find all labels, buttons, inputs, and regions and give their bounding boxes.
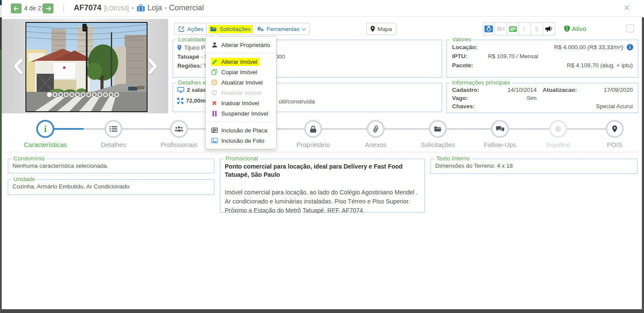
menu-item-suspender-imovel[interactable]: Suspender Imóvel xyxy=(206,108,276,119)
prev-record-button[interactable] xyxy=(11,3,22,13)
solicitacoes-label: Solicitações xyxy=(220,26,251,32)
tab-solicitacoes[interactable]: Solicitações xyxy=(405,120,470,148)
listing-card-icon xyxy=(509,26,517,32)
announce-button[interactable] xyxy=(543,22,555,35)
map-pin-icon xyxy=(177,45,182,50)
localidade-bairro: Tatuapé xyxy=(177,53,199,60)
wizard-tabs: i Características Detalhes Profissionais… xyxy=(2,120,642,150)
carousel-dot[interactable] xyxy=(47,92,52,97)
tab-follow-ups[interactable]: Follow-Ups xyxy=(468,120,532,148)
menu-item-atualizar-imovel[interactable]: Atualizar Imóvel xyxy=(206,77,276,88)
placa-card-icon xyxy=(211,128,218,133)
tabs-separator xyxy=(5,152,638,152)
pencil-icon xyxy=(211,59,218,65)
tab-proprietario[interactable]: Proprietário xyxy=(281,120,346,148)
localidade-regioes-label: Regiões: xyxy=(177,63,202,69)
tab-label: Solicitações xyxy=(405,141,470,148)
menu-item-label: Reativar Imóvel xyxy=(221,90,262,96)
next-record-button[interactable] xyxy=(43,3,53,13)
close-icon[interactable]: × xyxy=(624,3,630,13)
pacote-label: Pacote: xyxy=(452,62,473,69)
mapa-button[interactable]: Mapa xyxy=(366,23,396,35)
tab-label: Características xyxy=(13,141,78,148)
menu-item-alterar-proprietario[interactable]: Alterar Proprietário xyxy=(206,40,276,50)
detalhes-area: 72,00m xyxy=(186,97,206,104)
list-icon xyxy=(110,126,117,132)
locacao-label: Locação: xyxy=(452,44,478,50)
promocional-legend: Promocional xyxy=(224,155,260,162)
chaves-label: Chaves: xyxy=(452,103,475,110)
solicitacoes-dropdown: Alterar Proprietário Alterar Imóvel Copi… xyxy=(205,36,276,149)
shield-icon xyxy=(564,25,570,32)
tab-pois[interactable]: POIS xyxy=(582,120,644,148)
photos-button[interactable] xyxy=(483,22,495,35)
carousel-dot[interactable] xyxy=(103,92,108,97)
menu-item-inclusao-de-foto[interactable]: Inclusão de Foto xyxy=(206,135,276,146)
megaphone-icon xyxy=(545,26,553,32)
carousel-dot[interactable] xyxy=(86,92,91,97)
property-ref: [LO0153] xyxy=(104,5,129,12)
letter-e-icon: E xyxy=(522,25,527,33)
e-button[interactable]: E xyxy=(519,22,531,35)
title-separator: - xyxy=(132,3,134,13)
info-icon[interactable] xyxy=(627,44,633,50)
expand-arrows-icon xyxy=(177,98,183,104)
atualizacao-value: 17/09/2020 xyxy=(603,87,633,93)
disabled-dot-icon xyxy=(555,126,561,132)
background-page-bottom-edge xyxy=(2,309,644,313)
locacao-value: R$ 4.000,00 (R$ 33,33/m²) xyxy=(554,44,623,50)
menu-item-label: Inclusão de Placa xyxy=(221,127,267,134)
people-icon xyxy=(175,126,183,132)
carousel-dot[interactable] xyxy=(92,92,97,97)
carousel-next-icon[interactable] xyxy=(148,59,158,76)
tab-label: Inquilino xyxy=(526,141,591,148)
comments-icon xyxy=(496,126,504,132)
tab-inquilino[interactable]: Inquilino xyxy=(526,120,591,148)
tab-profissionais[interactable]: Profissionais xyxy=(147,120,211,148)
carousel-dot[interactable] xyxy=(75,92,80,97)
card-button[interactable] xyxy=(507,22,519,35)
carousel-dot[interactable] xyxy=(114,92,119,97)
texto-interno-legend: Texto Interno xyxy=(434,155,471,162)
carousel-dot[interactable] xyxy=(53,92,57,97)
menu-item-copiar-imovel[interactable]: Copiar Imóvel xyxy=(206,67,276,77)
carousel-dot[interactable] xyxy=(69,92,74,97)
menu-item-inclusao-de-placa[interactable]: Inclusão de Placa xyxy=(206,125,276,135)
tab-detalhes[interactable]: Detalhes xyxy=(81,120,146,148)
promocional-headline: Ponto comercial para locação, ideal para… xyxy=(225,163,420,179)
background-page-right-edge xyxy=(642,17,644,313)
dollar-icon: $ xyxy=(535,25,538,33)
select-record-checkbox[interactable] xyxy=(626,25,634,32)
modal-header: 4 de 27 | AF7074 [LO0153] - Loja - Comer… xyxy=(2,0,642,17)
map-pin-icon xyxy=(612,125,617,132)
vago-value: Sim xyxy=(494,95,537,101)
menu-item-label: Suspender Imóvel xyxy=(221,110,268,117)
carousel-dot[interactable] xyxy=(109,92,113,97)
carousel-dot[interactable] xyxy=(58,92,63,97)
locacao-note: (R$ 33,33/m²) xyxy=(587,44,623,50)
arrow-right-icon xyxy=(46,6,51,11)
menu-item-reativar-imovel[interactable]: Reativar Imóvel xyxy=(206,88,276,98)
texto-interno-fieldset: Texto Interno Dimensões do Terreno: 4 x … xyxy=(430,159,638,174)
property-photo[interactable] xyxy=(25,22,148,112)
page-title: AF7074 [LO0153] - Loja - Comercial xyxy=(74,3,204,13)
tab-caracteristicas[interactable]: i Características xyxy=(13,120,78,148)
localidade-cep-fragment: 000 xyxy=(275,53,285,60)
video-button[interactable] xyxy=(495,22,507,35)
carousel-dot[interactable] xyxy=(97,92,102,97)
ferramentas-button[interactable]: Ferramentas xyxy=(252,23,310,35)
mapa-label: Mapa xyxy=(377,26,392,32)
arrow-left-icon xyxy=(14,6,19,11)
carousel-dot[interactable] xyxy=(64,92,69,97)
carousel-dot[interactable] xyxy=(81,92,85,97)
menu-item-alterar-imovel[interactable]: Alterar Imóvel xyxy=(206,56,276,67)
tab-anexos[interactable]: Anexos xyxy=(343,120,408,148)
promocional-fieldset: Promocional Ponto comercial para locação… xyxy=(220,159,425,213)
video-camera-icon xyxy=(497,26,505,31)
carousel-prev-icon[interactable] xyxy=(13,59,22,76)
paperclip-icon xyxy=(371,124,380,134)
dollar-button[interactable]: $ xyxy=(531,22,543,35)
detalhes-area-fragment: útil/construída xyxy=(279,98,315,105)
menu-item-inativar-imovel[interactable]: Inativar Imóvel xyxy=(206,98,276,108)
menu-item-label: Inclusão de Foto xyxy=(221,138,264,144)
